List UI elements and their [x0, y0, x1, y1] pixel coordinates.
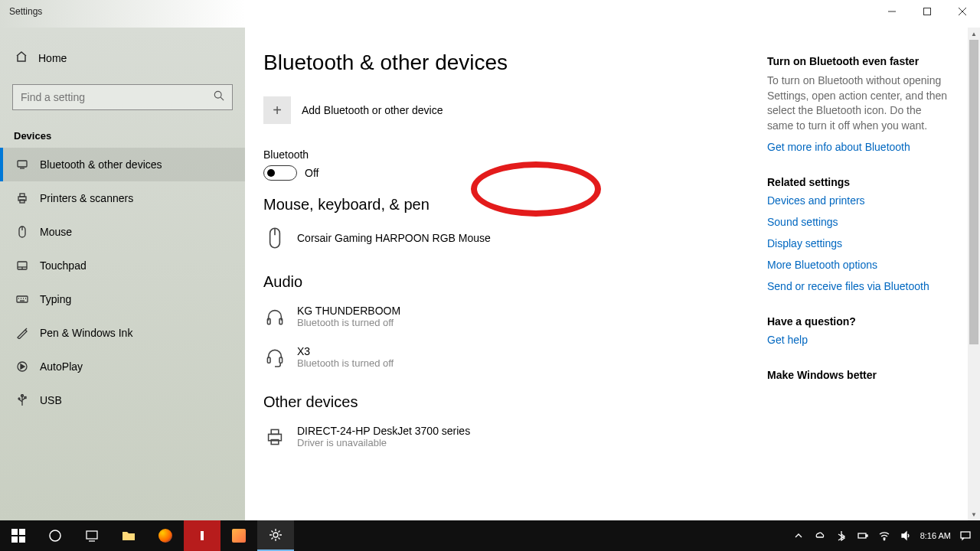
device-name: KG THUNDERBOOM [297, 305, 400, 317]
autoplay-icon [15, 360, 29, 373]
file-explorer-button[interactable] [110, 520, 147, 551]
device-status: Bluetooth is turned off [297, 357, 394, 369]
volume-icon[interactable] [899, 530, 913, 541]
home-nav[interactable]: Home [0, 43, 245, 73]
svg-rect-6 [18, 161, 27, 167]
sidebar-item-touchpad[interactable]: Touchpad [0, 249, 245, 282]
headphones-icon [263, 306, 286, 328]
device-row[interactable]: X3 Bluetooth is turned off [263, 339, 746, 380]
search-field[interactable] [21, 91, 214, 103]
svg-rect-40 [19, 536, 25, 543]
svg-rect-49 [961, 532, 970, 538]
related-link[interactable]: More Bluetooth options [767, 259, 949, 271]
get-help-link[interactable]: Get help [767, 334, 949, 346]
right-pane: Turn on Bluetooth even faster To turn on… [761, 28, 968, 520]
svg-rect-44 [201, 531, 204, 540]
device-status: Bluetooth is turned off [297, 317, 400, 328]
sidebar: Home Devices Bluetooth & other devices P… [0, 28, 245, 520]
bluetooth-toggle[interactable] [263, 165, 297, 181]
device-row[interactable]: DIRECT-24-HP DeskJet 3700 series Driver … [263, 419, 746, 459]
chevron-up-icon[interactable] [792, 530, 805, 541]
tip-link[interactable]: Get more info about Bluetooth [767, 141, 949, 153]
add-device-label: Add Bluetooth or other device [302, 104, 443, 116]
onedrive-icon[interactable] [813, 530, 827, 541]
related-link[interactable]: Devices and printers [767, 194, 949, 207]
content-area: Bluetooth & other devices + Add Bluetoot… [245, 28, 980, 520]
related-link[interactable]: Display settings [767, 237, 949, 249]
battery-icon[interactable] [856, 530, 870, 541]
sidebar-item-mouse[interactable]: Mouse [0, 215, 245, 249]
category-other: Other devices [263, 393, 746, 411]
app-red-button[interactable] [184, 520, 220, 551]
printer-device-icon [263, 426, 286, 448]
related-link[interactable]: Send or receive files via Bluetooth [767, 280, 949, 292]
svg-rect-10 [20, 200, 24, 203]
add-device-button[interactable]: + Add Bluetooth or other device [263, 96, 746, 124]
title-bar: Settings [0, 0, 980, 28]
sidebar-item-usb[interactable]: USB [0, 383, 245, 417]
search-icon [214, 90, 224, 104]
svg-rect-16 [17, 296, 28, 302]
svg-rect-42 [87, 531, 97, 539]
mouse-icon [15, 226, 29, 238]
minimize-button[interactable] [874, 0, 910, 23]
close-button[interactable] [945, 0, 980, 23]
plus-icon: + [263, 96, 291, 124]
bluetooth-icon [15, 158, 29, 171]
clock[interactable]: 8:16 AM [920, 531, 951, 540]
svg-rect-47 [866, 535, 867, 536]
category-audio: Audio [263, 273, 746, 291]
notifications-icon[interactable] [959, 530, 972, 541]
device-row[interactable]: KG THUNDERBOOM Bluetooth is turned off [263, 298, 746, 339]
improve-title: Make Windows better [767, 369, 949, 381]
cortana-button[interactable] [37, 520, 74, 551]
svg-rect-9 [20, 194, 24, 197]
sidebar-item-autoplay[interactable]: AutoPlay [0, 350, 245, 383]
svg-point-41 [50, 530, 60, 541]
firefox-button[interactable] [147, 520, 184, 551]
scroll-track[interactable] [968, 40, 980, 508]
home-label: Home [38, 52, 67, 64]
tip-body: To turn on Bluetooth without opening Set… [767, 73, 949, 133]
sidebar-item-bluetooth[interactable]: Bluetooth & other devices [0, 148, 245, 181]
svg-rect-35 [271, 429, 279, 434]
wifi-icon[interactable] [877, 530, 891, 541]
category-mouse-keyboard: Mouse, keyboard, & pen [263, 196, 746, 214]
svg-point-45 [273, 533, 278, 537]
related-link[interactable]: Sound settings [767, 216, 949, 228]
bluetooth-tray-icon[interactable] [835, 530, 848, 541]
sidebar-item-typing[interactable]: Typing [0, 282, 245, 316]
pen-icon [15, 327, 29, 339]
sidebar-item-printers[interactable]: Printers & scanners [0, 181, 245, 215]
task-view-button[interactable] [74, 520, 110, 551]
device-status: Driver is unavailable [297, 437, 470, 448]
question-title: Have a question? [767, 315, 949, 328]
sidebar-item-pen[interactable]: Pen & Windows Ink [0, 316, 245, 350]
taskbar: 8:16 AM [0, 520, 980, 551]
scroll-thumb[interactable] [969, 40, 978, 344]
mouse-device-icon [263, 227, 286, 249]
sidebar-section-header: Devices [0, 124, 245, 148]
tip-title: Turn on Bluetooth even faster [767, 55, 949, 67]
search-input[interactable] [12, 84, 233, 110]
window-title: Settings [0, 0, 51, 23]
scrollbar[interactable]: ▲ ▼ [968, 28, 980, 520]
svg-rect-37 [11, 529, 18, 535]
svg-rect-1 [924, 8, 931, 15]
device-row[interactable]: Corsair Gaming HARPOON RGB Mouse [263, 221, 746, 259]
app-orange-button[interactable] [220, 520, 257, 551]
start-button[interactable] [0, 520, 37, 551]
device-name: Corsair Gaming HARPOON RGB Mouse [297, 232, 491, 244]
printer-icon [15, 192, 29, 204]
maximize-button[interactable] [910, 0, 945, 23]
settings-taskbar-button[interactable] [257, 520, 294, 551]
device-name: X3 [297, 345, 394, 357]
keyboard-icon [15, 293, 29, 305]
system-tray: 8:16 AM [792, 530, 980, 541]
bluetooth-toggle-state: Off [305, 167, 318, 179]
bluetooth-section-label: Bluetooth [263, 148, 746, 161]
scroll-down-arrow[interactable]: ▼ [968, 508, 980, 520]
scroll-up-arrow[interactable]: ▲ [968, 28, 980, 40]
svg-rect-27 [24, 397, 26, 399]
device-name: DIRECT-24-HP DeskJet 3700 series [297, 425, 470, 437]
